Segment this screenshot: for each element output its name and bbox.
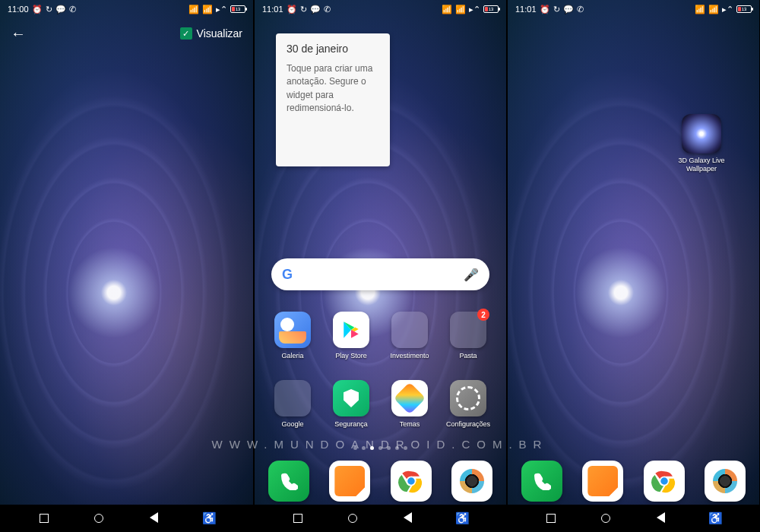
screen-wallpaper-preview: 11:00 ⏰ ↻ 💬 ✆ 📶 📶 ▸⌃ 13 ← ✓ Visualizar ♿	[0, 0, 253, 532]
dock-phone-icon[interactable]	[521, 461, 562, 502]
nav-home-icon[interactable]	[87, 512, 110, 525]
folder-investimento[interactable]: Investimento	[385, 312, 434, 359]
battery-icon: 13	[483, 5, 499, 13]
app-galeria[interactable]: Galeria	[268, 312, 317, 359]
app-row-2: Google Segurança Temas Configurações	[268, 380, 492, 428]
alarm-icon: ⏰	[287, 5, 297, 14]
gallery-icon	[274, 312, 311, 348]
notification-icon: 💬	[310, 5, 321, 14]
wifi-icon: ▸⌃	[469, 5, 480, 14]
signal-icon: 📶	[455, 5, 466, 14]
app-play-store[interactable]: Play Store	[327, 312, 375, 359]
alarm-icon: ⏰	[32, 5, 43, 14]
folder-pasta[interactable]: 2 Pasta	[444, 312, 492, 359]
dock	[268, 461, 492, 502]
nav-home-icon[interactable]	[341, 512, 364, 525]
galaxy-app-icon	[682, 114, 721, 154]
dock-chrome-icon[interactable]	[391, 461, 432, 502]
dock-notes-icon[interactable]	[329, 461, 370, 502]
battery-icon: 13	[736, 5, 752, 13]
google-search-bar[interactable]: G 🎤	[271, 258, 489, 290]
folder-icon: 2	[450, 312, 486, 348]
whatsapp-icon: ✆	[324, 5, 331, 14]
nav-accessibility-icon[interactable]: ♿	[705, 511, 727, 525]
notes-widget-header: 30 de janeiro	[287, 43, 379, 55]
nav-accessibility-icon[interactable]: ♿	[198, 511, 220, 525]
folder-icon	[391, 312, 428, 348]
app-temas[interactable]: Temas	[385, 380, 434, 428]
dock-camera-icon[interactable]	[451, 461, 492, 502]
sync-icon: ↻	[46, 5, 52, 14]
preview-top-bar: ← ✓ Visualizar	[0, 18, 253, 49]
nav-back-icon[interactable]	[143, 512, 166, 525]
status-time: 11:01	[262, 5, 283, 14]
folder-icon	[274, 380, 311, 416]
page-indicator	[255, 446, 506, 450]
notification-badge: 2	[477, 309, 489, 321]
nav-home-icon[interactable]	[594, 512, 617, 525]
app-row-1: Galeria Play Store Investimento 2 Pasta	[268, 312, 492, 359]
wifi-icon: ▸⌃	[216, 5, 227, 14]
folder-google[interactable]: Google	[268, 380, 317, 428]
signal-icon: 📶	[708, 5, 719, 14]
status-bar: 11:00 ⏰ ↻ 💬 ✆ 📶 📶 ▸⌃ 13	[0, 0, 253, 17]
checkbox-checked-icon: ✓	[180, 27, 192, 40]
signal-icon: 📶	[695, 5, 705, 14]
signal-icon: 📶	[188, 5, 199, 14]
whatsapp-icon: ✆	[577, 5, 584, 14]
visualizar-label: Visualizar	[197, 27, 242, 40]
back-icon[interactable]: ←	[11, 25, 26, 43]
navigation-bar: ♿	[255, 505, 506, 532]
navigation-bar: ♿	[0, 505, 253, 532]
status-bar: 11:01 ⏰ ↻ 💬 ✆ 📶 📶 ▸⌃ 13	[508, 0, 759, 17]
sync-icon: ↻	[300, 5, 307, 14]
play-store-icon	[333, 312, 369, 348]
nav-recents-icon[interactable]	[33, 512, 55, 525]
wifi-icon: ▸⌃	[722, 5, 733, 14]
nav-recents-icon[interactable]	[287, 512, 309, 525]
dock-chrome-icon[interactable]	[644, 461, 685, 502]
battery-icon: 13	[230, 5, 245, 13]
dock-phone-icon[interactable]	[268, 461, 309, 502]
dock-notes-icon[interactable]	[582, 461, 623, 502]
status-bar: 11:01 ⏰ ↻ 💬 ✆ 📶 📶 ▸⌃ 13	[255, 0, 506, 17]
notification-icon: 💬	[55, 5, 66, 14]
nav-back-icon[interactable]	[397, 512, 420, 525]
signal-icon: 📶	[202, 5, 213, 14]
gear-icon	[450, 380, 486, 416]
app-3d-galaxy-wallpaper[interactable]: 3D Galaxy Live Wallpaper	[676, 114, 727, 173]
navigation-bar: ♿	[508, 505, 759, 532]
visualizar-toggle[interactable]: ✓ Visualizar	[180, 27, 242, 40]
nav-back-icon[interactable]	[650, 512, 673, 525]
voice-search-icon[interactable]: 🎤	[464, 268, 479, 282]
dock	[521, 461, 746, 502]
dock-camera-icon[interactable]	[705, 461, 746, 502]
status-time: 11:01	[515, 5, 537, 14]
notification-icon: 💬	[563, 5, 574, 14]
app-label: 3D Galaxy Live Wallpaper	[676, 157, 727, 173]
themes-icon	[391, 380, 428, 416]
screen-home-main: 11:01 ⏰ ↻ 💬 ✆ 📶 📶 ▸⌃ 13 30 de janeiro To…	[253, 0, 506, 532]
status-time: 11:00	[8, 5, 29, 14]
nav-accessibility-icon[interactable]: ♿	[451, 511, 474, 525]
screen-home-secondary: 11:01 ⏰ ↻ 💬 ✆ 📶 📶 ▸⌃ 13 3D Galaxy Live W…	[506, 0, 759, 532]
app-seguranca[interactable]: Segurança	[327, 380, 375, 428]
shield-icon	[333, 380, 369, 416]
alarm-icon: ⏰	[540, 5, 550, 14]
signal-icon: 📶	[442, 5, 452, 14]
whatsapp-icon: ✆	[69, 5, 76, 14]
nav-recents-icon[interactable]	[540, 512, 562, 525]
notes-widget[interactable]: 30 de janeiro Toque para criar uma anota…	[276, 33, 390, 166]
google-logo-icon: G	[282, 267, 293, 283]
sync-icon: ↻	[553, 5, 560, 14]
notes-widget-body: Toque para criar uma anotação. Segure o …	[287, 62, 379, 116]
app-configuracoes[interactable]: Configurações	[444, 380, 492, 428]
